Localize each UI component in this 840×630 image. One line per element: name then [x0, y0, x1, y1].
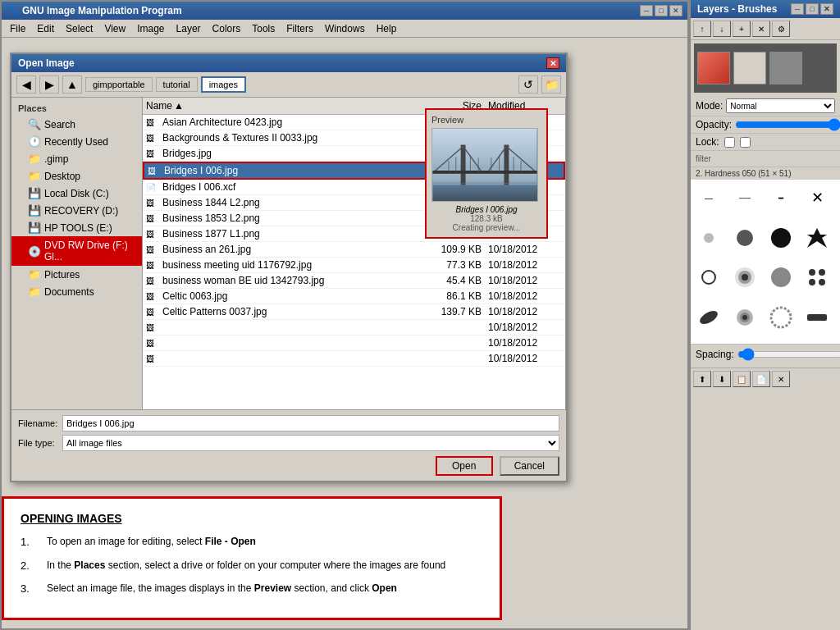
brush-item[interactable]: —	[694, 183, 724, 212]
breadcrumb-gimpportable[interactable]: gimpportable	[85, 77, 153, 92]
brush-item[interactable]: ──	[730, 183, 760, 212]
bottom-tool-2[interactable]: ⬇	[713, 371, 731, 387]
places-item-gimp[interactable]: 📁 .gimp	[11, 150, 142, 167]
places-item-recently-used[interactable]: 🕐 Recently Used	[11, 133, 142, 150]
file-date: 10/18/2012	[488, 337, 562, 349]
layer-thumbnail-1[interactable]	[697, 52, 730, 84]
breadcrumb-images[interactable]: images	[201, 76, 246, 93]
opacity-row: Opacity: 100	[691, 116, 840, 134]
file-row[interactable]: 🖼 10/18/2012	[143, 351, 565, 367]
menu-layer[interactable]: Layer	[171, 21, 206, 36]
brush-item[interactable]	[802, 303, 832, 332]
menu-filters[interactable]: Filters	[281, 21, 318, 36]
file-icon: 🖼	[148, 167, 161, 176]
file-name: Bridges.jpg	[162, 148, 422, 159]
new-folder-button[interactable]: 📁	[541, 75, 561, 94]
places-item-documents[interactable]: 📁 Documents	[11, 283, 142, 300]
menu-edit[interactable]: Edit	[32, 21, 59, 36]
minimize-button[interactable]: ─	[640, 5, 653, 16]
file-row[interactable]: 🖼 10/18/2012	[143, 320, 565, 336]
bottom-tool-4[interactable]: 📄	[752, 371, 770, 387]
breadcrumb-tutorial[interactable]: tutorial	[156, 77, 198, 92]
layer-tool-5[interactable]: ⚙	[772, 21, 790, 37]
file-row[interactable]: 🖼 Celtic 0063.jpg 86.1 KB 10/18/2012	[143, 289, 565, 304]
menu-image[interactable]: Image	[132, 21, 169, 36]
spacing-row: Spacing: 10	[696, 348, 835, 361]
forward-button[interactable]: ▶	[39, 75, 59, 94]
brush-item[interactable]	[766, 262, 796, 292]
layer-thumbnail-3[interactable]	[769, 52, 802, 84]
brush-item[interactable]	[802, 223, 832, 253]
layer-thumbnail-2[interactable]	[733, 52, 766, 84]
cancel-button[interactable]: Cancel	[500, 456, 559, 476]
places-dvd-label: DVD RW Drive (F:) Gl...	[44, 240, 135, 262]
back-button[interactable]: ◀	[16, 75, 36, 94]
file-row[interactable]: 🖼 Business an 261.jpg 109.9 KB 10/18/201…	[143, 242, 565, 258]
file-row[interactable]: 🖼 10/18/2012	[143, 336, 565, 351]
menu-help[interactable]: Help	[372, 21, 402, 36]
layers-maximize-button[interactable]: □	[806, 3, 819, 15]
brush-item[interactable]	[802, 262, 832, 292]
file-row[interactable]: 🖼 Celtic Patterns 0037.jpg 139.7 KB 10/1…	[143, 304, 565, 320]
places-item-hp-tools[interactable]: 💾 HP TOOLS (E:)	[11, 219, 142, 236]
menu-view[interactable]: View	[99, 21, 130, 36]
brush-item[interactable]	[694, 303, 724, 332]
brush-item[interactable]	[730, 303, 760, 332]
file-name: Bridges I 006.jpg	[164, 165, 421, 176]
spacing-slider[interactable]	[737, 348, 840, 361]
column-name-header[interactable]: Name ▲	[146, 100, 422, 112]
places-item-desktop[interactable]: 📁 Desktop	[11, 167, 142, 185]
places-item-search[interactable]: 🔍 Search	[11, 116, 142, 133]
brush-item[interactable]	[766, 223, 796, 253]
file-icon: 🖼	[146, 354, 159, 363]
file-row[interactable]: 🖼 business meeting uid 1176792.jpg 77.3 …	[143, 258, 565, 273]
brush-item[interactable]: ✕	[802, 183, 832, 212]
brush-item[interactable]	[694, 223, 724, 253]
places-item-local-disk[interactable]: 💾 Local Disk (C:)	[11, 185, 142, 202]
file-date: 10/18/2012	[488, 244, 562, 255]
places-item-recovery[interactable]: 💾 RECOVERY (D:)	[11, 202, 142, 219]
step-text: To open an image for editing, select Fil…	[47, 535, 483, 550]
filetype-select[interactable]: All image files	[62, 435, 559, 451]
open-button[interactable]: Open	[436, 456, 493, 476]
file-size: 86.1 KB	[422, 290, 488, 302]
bottom-tool-1[interactable]: ⬆	[693, 371, 711, 387]
places-item-pictures[interactable]: 📁 Pictures	[11, 266, 142, 283]
menu-windows[interactable]: Windows	[320, 21, 370, 36]
bottom-tool-5[interactable]: ✕	[772, 371, 790, 387]
brush-item[interactable]	[766, 303, 796, 332]
file-icon: 🖼	[146, 230, 159, 239]
layer-tool-2[interactable]: ↓	[713, 21, 731, 37]
lock-checkbox-1[interactable]	[724, 137, 735, 148]
opacity-slider[interactable]	[735, 119, 840, 130]
reload-button[interactable]: ↺	[518, 75, 538, 94]
step-text: In the Places section, select a drive or…	[47, 559, 483, 573]
places-item-dvd[interactable]: 💿 DVD RW Drive (F:) Gl...	[11, 236, 142, 266]
brush-item[interactable]	[694, 262, 724, 292]
close-button[interactable]: ✕	[669, 5, 682, 16]
menu-file[interactable]: File	[5, 21, 30, 36]
maximize-button[interactable]: □	[655, 5, 668, 16]
mode-select[interactable]: Normal Multiply Screen	[726, 98, 835, 113]
layer-tool-4[interactable]: ✕	[752, 21, 770, 37]
places-localdisk-label: Local Disk (C:)	[44, 188, 109, 199]
menu-tools[interactable]: Tools	[247, 21, 280, 36]
preview-size: 128.3 kB	[431, 214, 541, 223]
filename-input[interactable]	[62, 415, 559, 431]
file-icon: 🖼	[146, 199, 159, 208]
layer-tool-3[interactable]: +	[733, 21, 751, 37]
lock-checkbox-2[interactable]	[740, 137, 751, 148]
dialog-close-button[interactable]: ✕	[546, 57, 559, 69]
file-row[interactable]: 🖼 business woman BE uid 1342793.jpg 45.4…	[143, 273, 565, 289]
file-name: Business 1844 L2.png	[162, 197, 422, 208]
bottom-tool-3[interactable]: 📋	[733, 371, 751, 387]
layer-tool-1[interactable]: ↑	[693, 21, 711, 37]
layers-minimize-button[interactable]: ─	[791, 3, 804, 15]
menu-select[interactable]: Select	[61, 21, 98, 36]
brush-item[interactable]	[730, 223, 760, 253]
brush-item[interactable]	[730, 262, 760, 292]
up-button[interactable]: ▲	[62, 75, 82, 94]
brush-item[interactable]: ━	[766, 183, 796, 212]
layers-close-button[interactable]: ✕	[820, 3, 833, 15]
menu-colors[interactable]: Colors	[208, 21, 246, 36]
